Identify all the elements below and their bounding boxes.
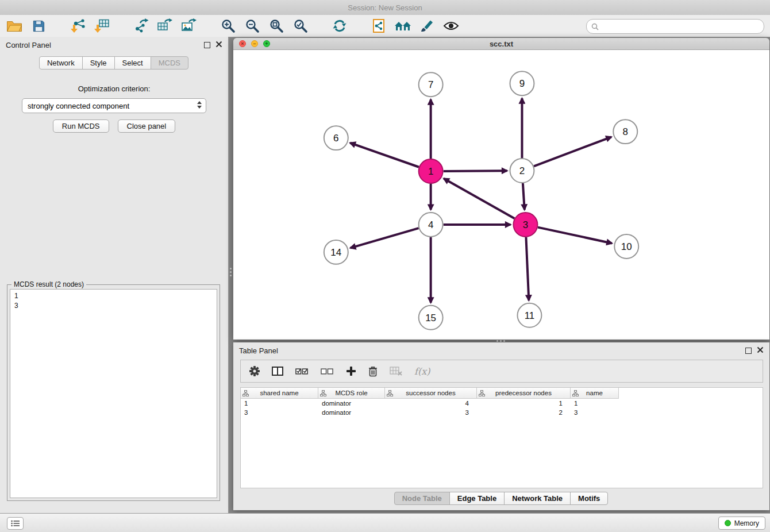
- svg-text:8: 8: [623, 126, 628, 137]
- edge-2-8[interactable]: [534, 137, 611, 166]
- edge-1-6[interactable]: [350, 143, 419, 167]
- edge-4-14[interactable]: [351, 228, 419, 248]
- memory-button[interactable]: Memory: [718, 516, 765, 530]
- refresh-button[interactable]: [330, 17, 349, 35]
- paintbrush-button[interactable]: [417, 17, 437, 35]
- import-network-button[interactable]: [68, 17, 87, 35]
- optimization-criterion-label: Optimization criterion:: [0, 84, 228, 93]
- node-1[interactable]: 1: [419, 159, 443, 183]
- close-panel-icon[interactable]: [215, 41, 222, 48]
- delete-row-button[interactable]: [368, 366, 378, 377]
- network-canvas[interactable]: 1234678910111415: [233, 50, 769, 340]
- node-4[interactable]: 4: [419, 213, 443, 237]
- clipboard-network-button[interactable]: [369, 17, 388, 35]
- column-header-successor-nodes[interactable]: successor nodes: [385, 388, 477, 399]
- select-all-icon: [295, 367, 309, 375]
- network-window-titlebar[interactable]: ×−+ scc.txt: [233, 38, 769, 50]
- table-cell: 2: [477, 408, 571, 417]
- node-15[interactable]: 15: [419, 306, 443, 330]
- edge-3-11[interactable]: [526, 237, 529, 300]
- columns-button[interactable]: [272, 367, 283, 376]
- optimization-criterion-select[interactable]: strongly connected component: [22, 98, 206, 113]
- mcds-result-group: MCDS result (2 nodes) 13: [7, 284, 220, 501]
- node-14[interactable]: 14: [324, 240, 348, 264]
- mcds-result-line: 3: [14, 301, 213, 311]
- paintbrush-icon: [419, 18, 434, 33]
- column-header-predecessor-nodes[interactable]: predecessor nodes: [477, 388, 571, 399]
- settings-button[interactable]: [249, 366, 260, 376]
- svg-text:3: 3: [523, 219, 528, 230]
- main-toolbar: [0, 15, 770, 37]
- column-type-icon: [320, 390, 326, 396]
- save-button[interactable]: [29, 17, 48, 35]
- zoom-selected-button[interactable]: [291, 17, 310, 35]
- node-6[interactable]: 6: [324, 126, 348, 150]
- add-row-icon: [346, 366, 356, 376]
- settings-icon: [249, 366, 260, 376]
- tab-mcds[interactable]: MCDS: [151, 56, 188, 70]
- select-all-button[interactable]: [295, 367, 309, 375]
- refresh-icon: [332, 18, 347, 33]
- function-builder-button[interactable]: f(x): [414, 366, 430, 377]
- tab-network[interactable]: Network: [39, 56, 83, 70]
- deselect-all-icon: [321, 367, 334, 375]
- add-row-button[interactable]: [346, 366, 356, 376]
- tab-style[interactable]: Style: [82, 56, 115, 70]
- tab-node-table[interactable]: Node Table: [394, 492, 450, 505]
- columns-icon: [272, 367, 283, 376]
- edge-3-1[interactable]: [444, 179, 514, 218]
- tab-motifs[interactable]: Motifs: [570, 492, 608, 505]
- node-10[interactable]: 10: [614, 234, 638, 259]
- node-9[interactable]: 9: [510, 71, 534, 95]
- table-row[interactable]: 1dominator411: [241, 399, 763, 408]
- open-folder-button[interactable]: [5, 17, 24, 35]
- table-cell: 1: [477, 399, 571, 408]
- float-panel-icon[interactable]: [204, 42, 210, 48]
- edge-3-10[interactable]: [538, 228, 612, 244]
- deselect-all-button[interactable]: [321, 367, 334, 375]
- tab-select[interactable]: Select: [114, 56, 151, 70]
- table-cell: dominator: [318, 399, 385, 408]
- node-2[interactable]: 2: [510, 159, 534, 183]
- search-box[interactable]: [586, 19, 764, 34]
- tab-edge-table[interactable]: Edge Table: [449, 492, 505, 505]
- node-8[interactable]: 8: [613, 119, 637, 144]
- column-header-MCDS-role[interactable]: MCDS role: [318, 388, 385, 399]
- mcds-result-line: 1: [14, 291, 213, 301]
- zoom-fit-button[interactable]: [267, 17, 286, 35]
- export-image-button[interactable]: [179, 17, 199, 35]
- node-7[interactable]: 7: [419, 72, 443, 97]
- run-mcds-button[interactable]: Run MCDS: [53, 119, 109, 133]
- column-label: shared name: [260, 390, 298, 396]
- close-panel-button[interactable]: Close panel: [118, 119, 176, 133]
- vertical-splitter-handle[interactable]: [229, 264, 233, 279]
- close-window-icon[interactable]: ×: [239, 40, 246, 47]
- zoom-out-button[interactable]: [242, 17, 262, 35]
- export-network-button[interactable]: [131, 17, 151, 35]
- network-graph[interactable]: 1234678910111415: [233, 50, 769, 340]
- table-panel-header: Table Panel: [233, 342, 769, 358]
- node-3[interactable]: 3: [513, 213, 537, 237]
- column-header-shared-name[interactable]: shared name: [241, 388, 318, 399]
- export-network-icon: [133, 18, 149, 33]
- edge-1-2[interactable]: [444, 171, 507, 171]
- traffic-lights: ×−+: [239, 40, 270, 47]
- eye-button[interactable]: [441, 17, 461, 35]
- zoom-in-button[interactable]: [218, 17, 238, 35]
- table-row[interactable]: 3dominator323: [241, 408, 763, 417]
- column-header-name[interactable]: name: [571, 388, 619, 399]
- tab-network-table[interactable]: Network Table: [504, 492, 571, 505]
- status-menu-button[interactable]: [7, 517, 24, 530]
- zoom-window-icon[interactable]: +: [263, 40, 270, 47]
- float-table-panel-icon[interactable]: [745, 348, 752, 354]
- search-input[interactable]: [602, 22, 759, 31]
- edge-2-3[interactable]: [523, 183, 525, 210]
- minimize-window-icon[interactable]: −: [251, 40, 258, 47]
- home-pair-button[interactable]: [393, 17, 413, 35]
- node-11[interactable]: 11: [517, 303, 541, 327]
- import-table-button[interactable]: [92, 17, 111, 35]
- export-table-button[interactable]: [155, 17, 175, 35]
- svg-text:14: 14: [330, 247, 341, 258]
- close-table-panel-icon[interactable]: [757, 346, 764, 353]
- save-icon: [32, 20, 45, 33]
